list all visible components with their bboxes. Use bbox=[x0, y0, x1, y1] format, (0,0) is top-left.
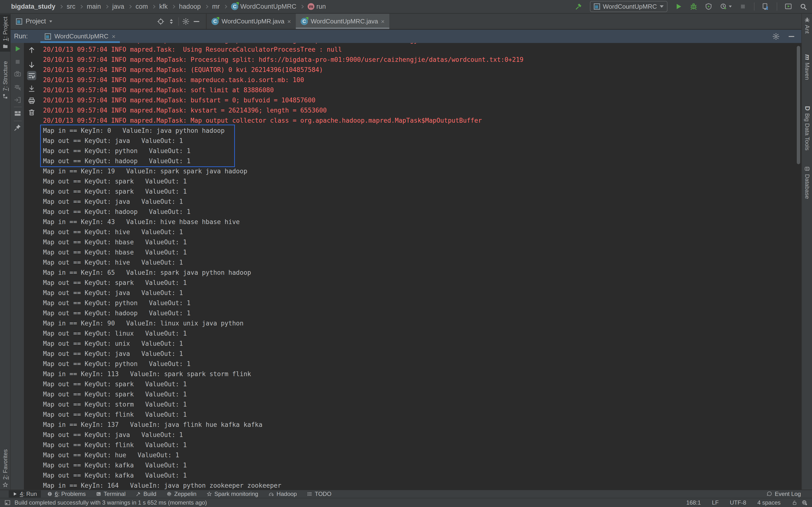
run-anything-icon[interactable] bbox=[784, 3, 792, 10]
editor-tab[interactable]: C WordCountUpMR.java × bbox=[207, 14, 296, 29]
toolwindow-button-problems[interactable]: 6: Problems bbox=[43, 490, 90, 498]
project-panel-title[interactable]: Project bbox=[26, 18, 46, 25]
prev-occurrence-icon[interactable] bbox=[28, 46, 36, 54]
console-line: Map out == KeyOut: hadoop ValueOut: 1 bbox=[43, 308, 794, 318]
search-everywhere-icon[interactable] bbox=[800, 3, 807, 10]
method-icon: m bbox=[308, 3, 314, 10]
chevron-right-icon bbox=[79, 5, 83, 8]
close-icon[interactable]: × bbox=[381, 18, 385, 24]
close-icon[interactable]: × bbox=[112, 33, 115, 40]
breadcrumb-item[interactable]: com bbox=[136, 3, 148, 10]
breadcrumb-item[interactable]: src bbox=[67, 3, 75, 10]
breadcrumb-item[interactable]: mr bbox=[212, 3, 220, 10]
soft-wrap-toggle[interactable] bbox=[27, 71, 36, 80]
toolbar-separator bbox=[754, 2, 755, 11]
editor-tabs: C WordCountUpMR.java × C WordCountUpMRC.… bbox=[207, 14, 389, 29]
run-with-coverage-button[interactable] bbox=[705, 3, 712, 10]
editor-tab-selected[interactable]: C WordCountUpMRC.java × bbox=[296, 14, 390, 29]
console-line: Map out == KeyOut: spark ValueOut: 1 bbox=[43, 379, 794, 389]
pin-tab-icon[interactable] bbox=[14, 124, 21, 131]
show-console-icon bbox=[14, 96, 21, 104]
toolwindow-button-hadoop[interactable]: Hadoop bbox=[264, 490, 301, 498]
console-line: Map out == KeyOut: java ValueOut: 1 bbox=[43, 430, 794, 440]
sidebar-item-big-data-tools[interactable]: D Big Data Tools bbox=[802, 106, 812, 151]
project-files-icon[interactable] bbox=[762, 3, 769, 10]
run-button[interactable] bbox=[675, 3, 682, 10]
problems-icon bbox=[47, 491, 52, 497]
sidebar-item-database[interactable]: Database bbox=[802, 166, 812, 199]
lock-icon[interactable] bbox=[792, 500, 798, 506]
hide-panel-icon[interactable] bbox=[193, 18, 200, 25]
console-output[interactable]: 20/10/13 09:57:04 INFO mapred.Task: Usin… bbox=[43, 44, 794, 490]
close-icon[interactable]: × bbox=[287, 18, 291, 24]
toolwindow-button-spark-monitoring[interactable]: Spark monitoring bbox=[203, 490, 262, 498]
console-line: 20/10/13 09:57:04 INFO mapred.MapTask: b… bbox=[43, 95, 794, 105]
sidebar-item-project[interactable]: 1: Project bbox=[0, 14, 11, 52]
breadcrumb-item[interactable]: main bbox=[87, 3, 101, 10]
locate-file-icon[interactable] bbox=[157, 18, 164, 25]
hide-panel-icon[interactable] bbox=[788, 33, 795, 40]
highlighting-level-icon[interactable] bbox=[801, 500, 808, 506]
debug-button[interactable] bbox=[690, 3, 698, 10]
caret-position[interactable]: 168:1 bbox=[686, 499, 701, 506]
clear-all-trash-icon[interactable] bbox=[28, 108, 36, 116]
restore-layout-icon[interactable] bbox=[14, 110, 21, 117]
toolwindow-button-terminal[interactable]: Terminal bbox=[92, 490, 130, 498]
print-icon[interactable] bbox=[28, 97, 36, 105]
toolwindow-button-todo[interactable]: TODO bbox=[303, 490, 335, 498]
ide-window: bigdata_study src main java com kfk hado… bbox=[0, 0, 812, 507]
chevron-down-icon[interactable] bbox=[49, 20, 52, 22]
toolwindow-button-run[interactable]: 4: Run bbox=[9, 490, 41, 498]
console-line: 20/10/13 09:57:04 INFO mapred.MapTask: (… bbox=[43, 65, 794, 75]
run-tab[interactable]: WordCountUpMRC × bbox=[40, 30, 120, 43]
console-line: Map in == KeyIn: 164 ValueIn: java pytho… bbox=[43, 481, 794, 490]
sidebar-item-maven[interactable]: m Maven bbox=[802, 54, 812, 80]
indent-setting[interactable]: 4 spaces bbox=[757, 499, 780, 506]
toolwindow-toggle-icon[interactable] bbox=[4, 500, 11, 506]
toolwindow-button-zeppelin[interactable]: Zeppelin bbox=[163, 490, 200, 498]
run-toolwindow-title: Run: bbox=[14, 33, 28, 40]
run-configuration-select[interactable]: WordCountUpMRC bbox=[590, 1, 667, 12]
toolwindow-button-build[interactable]: Build bbox=[132, 490, 160, 498]
project-panel-header: Project bbox=[11, 14, 207, 29]
status-message[interactable]: Build completed successfully with 3 warn… bbox=[14, 499, 207, 506]
console-line: Map in == KeyIn: 90 ValueIn: linux unix … bbox=[43, 318, 794, 328]
breadcrumb-item-class[interactable]: WordCountUpMRC bbox=[240, 3, 296, 10]
breadcrumb-item[interactable]: java bbox=[112, 3, 124, 10]
console-line: Map out == KeyOut: hue ValueOut: 1 bbox=[43, 450, 794, 460]
breadcrumb-item[interactable]: kfk bbox=[159, 3, 168, 10]
sidebar-item-favorites[interactable]: 2: Favorites bbox=[0, 449, 11, 488]
collapse-all-icon[interactable] bbox=[168, 18, 175, 25]
profiler-button[interactable] bbox=[720, 3, 732, 10]
console-line: Map out == KeyOut: storm ValueOut: 1 bbox=[43, 399, 794, 409]
next-occurrence-icon[interactable] bbox=[28, 61, 36, 69]
build-hammer-icon[interactable] bbox=[575, 3, 582, 10]
vertical-scrollbar[interactable] bbox=[797, 46, 800, 164]
console-line: Map out == KeyOut: java ValueOut: 1 bbox=[43, 196, 794, 207]
breadcrumb-item[interactable]: hadoop bbox=[179, 3, 201, 10]
navigation-bar: bigdata_study src main java com kfk hado… bbox=[0, 0, 812, 14]
line-ending[interactable]: LF bbox=[712, 499, 719, 506]
console-line: Map out == KeyOut: flink ValueOut: 1 bbox=[43, 440, 794, 450]
settings-gear-icon[interactable] bbox=[182, 18, 190, 25]
settings-gear-icon[interactable] bbox=[772, 33, 779, 40]
sidebar-item-ant[interactable]: Ant bbox=[802, 17, 812, 34]
chevron-down-icon bbox=[729, 6, 732, 7]
editor-tab-label: WordCountUpMR.java bbox=[221, 18, 285, 25]
chevron-down-icon bbox=[660, 5, 664, 8]
breadcrumb-item-project[interactable]: bigdata_study bbox=[11, 3, 55, 10]
console-line: Map out == KeyOut: spark ValueOut: 1 bbox=[43, 278, 794, 288]
selection-box bbox=[40, 125, 235, 167]
run-console: 20/10/13 09:57:04 INFO mapred.MapTask: P… bbox=[11, 43, 801, 490]
sidebar-item-structure[interactable]: 7: Structure bbox=[0, 61, 11, 99]
file-encoding[interactable]: UTF-8 bbox=[730, 499, 746, 506]
breadcrumb-item-method[interactable]: run bbox=[316, 3, 326, 10]
run-config-name: WordCountUpMRC bbox=[603, 3, 657, 10]
console-line: Map out == KeyOut: java ValueOut: 1 bbox=[43, 288, 794, 298]
event-log-button[interactable]: Event Log bbox=[767, 491, 801, 497]
console-line: Map out == KeyOut: spark ValueOut: 1 bbox=[43, 389, 794, 399]
scroll-to-end-icon[interactable] bbox=[28, 84, 36, 93]
rerun-button[interactable] bbox=[14, 45, 21, 53]
editor-tab-label: WordCountUpMRC.java bbox=[311, 18, 378, 25]
console-line: 20/10/13 09:57:04 INFO mapred.MapTask: k… bbox=[43, 105, 794, 115]
